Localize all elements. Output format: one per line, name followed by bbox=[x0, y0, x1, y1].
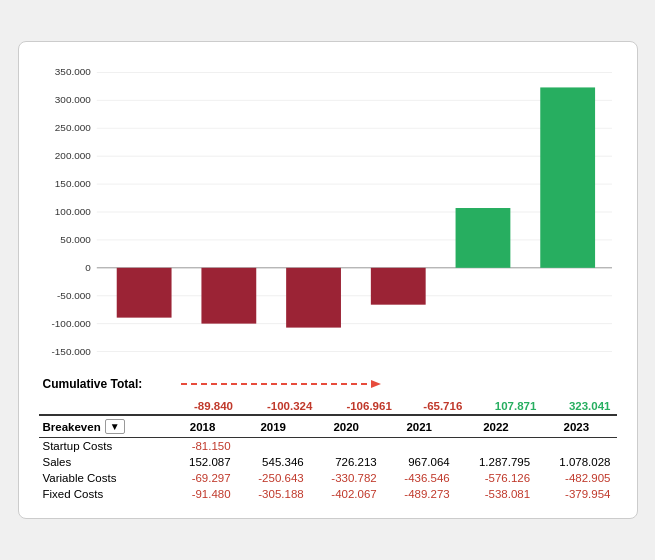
col-header-2018: 2018 bbox=[169, 415, 237, 438]
startup-2023 bbox=[536, 438, 616, 455]
var-2020: -330.782 bbox=[310, 470, 383, 486]
svg-marker-23 bbox=[371, 380, 381, 388]
cum-2022: 107.871 bbox=[468, 398, 542, 414]
svg-text:0: 0 bbox=[85, 262, 91, 273]
startup-2018: -81.150 bbox=[169, 438, 237, 455]
table-row: Sales 152.087 545.346 726.213 967.064 1.… bbox=[39, 454, 617, 470]
bar-2021 bbox=[370, 268, 425, 305]
cumulative-values-row: -89.840 -100.324 -106.961 -65.716 107.87… bbox=[39, 398, 617, 414]
table-row: Fixed Costs -91.480 -305.188 -402.067 -4… bbox=[39, 486, 617, 502]
col-header-2023: 2023 bbox=[536, 415, 616, 438]
bar-2022 bbox=[455, 208, 510, 268]
svg-text:50.000: 50.000 bbox=[60, 234, 91, 245]
svg-text:300.000: 300.000 bbox=[54, 94, 90, 105]
chart-area: 350.000 300.000 250.000 200.000 150.000 … bbox=[39, 58, 617, 368]
var-2018: -69.297 bbox=[169, 470, 237, 486]
main-card: 350.000 300.000 250.000 200.000 150.000 … bbox=[18, 41, 638, 519]
row-label-startup: Startup Costs bbox=[39, 438, 169, 455]
row-label-sales: Sales bbox=[39, 454, 169, 470]
bar-chart: 350.000 300.000 250.000 200.000 150.000 … bbox=[39, 58, 617, 368]
startup-2021 bbox=[383, 438, 456, 455]
sales-2023: 1.078.028 bbox=[536, 454, 616, 470]
table-row: Variable Costs -69.297 -250.643 -330.782… bbox=[39, 470, 617, 486]
fixed-2020: -402.067 bbox=[310, 486, 383, 502]
sales-2021: 967.064 bbox=[383, 454, 456, 470]
cum-2020: -106.961 bbox=[318, 398, 397, 414]
sales-2018: 152.087 bbox=[169, 454, 237, 470]
bar-2018 bbox=[116, 268, 171, 318]
bar-2023 bbox=[540, 87, 595, 267]
breakeven-label: Breakeven bbox=[43, 421, 101, 433]
col-header-breakeven: Breakeven ▼ bbox=[39, 415, 169, 438]
cumulative-arrow bbox=[181, 376, 381, 392]
svg-text:-50.000: -50.000 bbox=[57, 290, 91, 301]
var-2023: -482.905 bbox=[536, 470, 616, 486]
data-table: Breakeven ▼ 2018 2019 2020 2021 2022 202… bbox=[39, 414, 617, 502]
fixed-2022: -538.081 bbox=[456, 486, 536, 502]
cumulative-label: Cumulative Total: bbox=[43, 377, 173, 391]
col-header-2022: 2022 bbox=[456, 415, 536, 438]
fixed-2023: -379.954 bbox=[536, 486, 616, 502]
cum-2018: -89.840 bbox=[169, 398, 240, 414]
sales-2019: 545.346 bbox=[237, 454, 310, 470]
var-2022: -576.126 bbox=[456, 470, 536, 486]
bar-2020 bbox=[286, 268, 341, 328]
sales-2020: 726.213 bbox=[310, 454, 383, 470]
bar-2019 bbox=[201, 268, 256, 324]
var-2019: -250.643 bbox=[237, 470, 310, 486]
svg-text:200.000: 200.000 bbox=[54, 150, 90, 161]
table-row: Startup Costs -81.150 bbox=[39, 438, 617, 455]
table-header-row: Breakeven ▼ 2018 2019 2020 2021 2022 202… bbox=[39, 415, 617, 438]
svg-text:350.000: 350.000 bbox=[54, 66, 90, 77]
svg-text:100.000: 100.000 bbox=[54, 206, 90, 217]
row-label-fixed: Fixed Costs bbox=[39, 486, 169, 502]
col-header-2019: 2019 bbox=[237, 415, 310, 438]
svg-text:-100.000: -100.000 bbox=[51, 318, 91, 329]
col-header-2021: 2021 bbox=[383, 415, 456, 438]
fixed-2018: -91.480 bbox=[169, 486, 237, 502]
svg-text:250.000: 250.000 bbox=[54, 122, 90, 133]
cum-2021: -65.716 bbox=[398, 398, 469, 414]
startup-2022 bbox=[456, 438, 536, 455]
fixed-2019: -305.188 bbox=[237, 486, 310, 502]
fixed-2021: -489.273 bbox=[383, 486, 456, 502]
breakeven-dropdown[interactable]: ▼ bbox=[105, 419, 125, 434]
var-2021: -436.546 bbox=[383, 470, 456, 486]
cum-2023: 323.041 bbox=[542, 398, 616, 414]
sales-2022: 1.287.795 bbox=[456, 454, 536, 470]
svg-text:-150.000: -150.000 bbox=[51, 346, 91, 357]
col-header-2020: 2020 bbox=[310, 415, 383, 438]
cum-2019: -100.324 bbox=[239, 398, 318, 414]
row-label-variable: Variable Costs bbox=[39, 470, 169, 486]
svg-text:150.000: 150.000 bbox=[54, 178, 90, 189]
startup-2019 bbox=[237, 438, 310, 455]
startup-2020 bbox=[310, 438, 383, 455]
